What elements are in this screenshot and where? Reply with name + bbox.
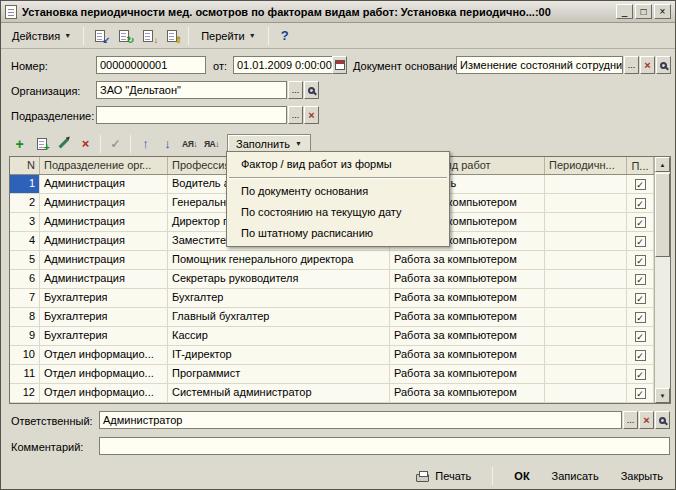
table-cell[interactable]: 4 [10,232,40,251]
table-cell-checkbox[interactable]: ✓ [627,270,654,289]
table-cell[interactable]: 12 [10,384,40,403]
table-cell[interactable]: Администрация [40,213,168,232]
add-row-button[interactable]: + [9,134,30,154]
department-select-button[interactable]: ... [288,106,303,124]
table-cell[interactable]: Кассир [168,327,390,346]
save-button[interactable]: Записать [548,468,603,484]
post-document-button[interactable] [161,25,183,47]
table-cell[interactable]: Работа за компьютером [390,270,545,289]
table-cell[interactable]: 2 [10,194,40,213]
table-cell[interactable] [545,251,627,270]
table-cell-checkbox[interactable]: ✓ [627,194,654,213]
table-cell[interactable]: Администрация [40,194,168,213]
close-form-button[interactable]: Закрыть [617,468,667,484]
table-cell[interactable] [545,327,627,346]
table-cell[interactable]: Администрация [40,175,168,194]
table-cell[interactable] [545,289,627,308]
table-cell[interactable]: Отдел информацио... [40,384,168,403]
move-down-button[interactable]: ↓ [157,134,178,154]
organization-select-button[interactable]: ... [288,81,303,99]
table-row[interactable]: 7БухгалтерияБухгалтерРабота за компьютер… [10,289,670,308]
minimize-button[interactable]: _ [616,4,633,19]
column-header-flag[interactable]: П... [627,157,654,174]
print-button[interactable]: Печать [412,468,475,484]
table-cell[interactable]: 1 [10,175,40,194]
menu-item-by-basis-document[interactable]: По документу основания [227,181,449,202]
table-cell[interactable]: 3 [10,213,40,232]
checkbox-checked-icon[interactable]: ✓ [635,198,646,209]
checkbox-checked-icon[interactable]: ✓ [635,236,646,247]
table-cell[interactable]: 6 [10,270,40,289]
table-cell[interactable]: Администрация [40,232,168,251]
help-button[interactable]: ? [274,25,296,47]
table-cell[interactable]: 11 [10,365,40,384]
table-cell[interactable]: 9 [10,327,40,346]
table-cell-checkbox[interactable]: ✓ [627,384,654,403]
actions-button[interactable]: Действия ▼ [5,25,78,47]
close-button[interactable]: × [654,4,671,19]
checkbox-checked-icon[interactable]: ✓ [635,255,646,266]
table-cell[interactable]: Системный администратор [168,384,390,403]
table-cell[interactable]: Бухгалтер [168,289,390,308]
menu-item-factor-from-form[interactable]: Фактор / вид работ из формы [227,154,449,175]
checkbox-checked-icon[interactable]: ✓ [635,179,646,190]
table-cell-checkbox[interactable]: ✓ [627,289,654,308]
responsible-select-button[interactable]: ... [623,411,638,429]
table-cell[interactable] [545,346,627,365]
table-row[interactable]: 12Отдел информацио...Системный администр… [10,384,670,403]
table-cell[interactable]: 7 [10,289,40,308]
table-row[interactable]: 11Отдел информацио...ПрограммистРабота з… [10,365,670,384]
table-cell[interactable]: Главный бухгалтер [168,308,390,327]
organization-open-button[interactable] [304,81,319,99]
responsible-input[interactable]: Администратор [99,411,622,429]
responsible-clear-button[interactable]: × [639,411,654,429]
checkbox-checked-icon[interactable]: ✓ [635,369,646,380]
table-cell[interactable]: 10 [10,346,40,365]
checkbox-checked-icon[interactable]: ✓ [635,388,646,399]
table-cell[interactable]: Секретарь руководителя [168,270,390,289]
table-cell[interactable] [545,384,627,403]
table-cell-checkbox[interactable]: ✓ [627,365,654,384]
column-header-period[interactable]: Периодичн... [545,157,627,174]
department-input[interactable] [96,106,287,124]
checkbox-checked-icon[interactable]: ✓ [635,350,646,361]
table-cell[interactable]: Работа за компьютером [390,289,545,308]
table-cell[interactable]: Бухгалтерия [40,327,168,346]
table-cell[interactable]: Работа за компьютером [390,327,545,346]
comment-input[interactable] [99,437,670,455]
responsible-open-button[interactable] [655,411,670,429]
table-cell[interactable]: Отдел информацио... [40,365,168,384]
checkbox-checked-icon[interactable]: ✓ [635,274,646,285]
sort-desc-button[interactable]: ЯА↓ [201,134,222,154]
checkbox-checked-icon[interactable]: ✓ [635,293,646,304]
menu-item-by-current-state[interactable]: По состоянию на текущую дату [227,202,449,223]
checkbox-checked-icon[interactable]: ✓ [635,312,646,323]
table-cell[interactable]: Работа за компьютером [390,384,545,403]
document-movements-button[interactable] [137,25,159,47]
date-input[interactable]: 01.01.2009 0:00:00 [233,56,347,74]
table-cell[interactable]: Работа за компьютером [390,308,545,327]
table-cell[interactable]: Администрация [40,251,168,270]
menu-item-by-staff-schedule[interactable]: По штатному расписанию [227,223,449,244]
table-cell[interactable]: Администрация [40,270,168,289]
table-cell-checkbox[interactable]: ✓ [627,251,654,270]
table-row[interactable]: 8БухгалтерияГлавный бухгалтерРабота за к… [10,308,670,327]
add-copy-button[interactable]: + [31,134,52,154]
table-cell[interactable] [545,308,627,327]
scrollbar-thumb[interactable] [655,173,670,257]
table-cell-checkbox[interactable]: ✓ [627,175,654,194]
table-row[interactable]: 10Отдел информацио...IT-директорРабота з… [10,346,670,365]
table-cell[interactable]: Работа за компьютером [390,346,545,365]
table-cell[interactable]: Отдел информацио... [40,346,168,365]
number-input[interactable]: 00000000001 [96,56,206,74]
scroll-down-icon[interactable]: ▼ [655,388,670,403]
table-cell[interactable]: Работа за компьютером [390,251,545,270]
table-cell[interactable]: Программист [168,365,390,384]
end-edit-button[interactable]: ✓ [105,134,126,154]
table-cell[interactable] [545,194,627,213]
table-cell[interactable] [545,232,627,251]
table-cell[interactable]: 5 [10,251,40,270]
column-header-n[interactable]: N [10,157,40,174]
table-cell[interactable]: Работа за компьютером [390,365,545,384]
table-cell-checkbox[interactable]: ✓ [627,232,654,251]
